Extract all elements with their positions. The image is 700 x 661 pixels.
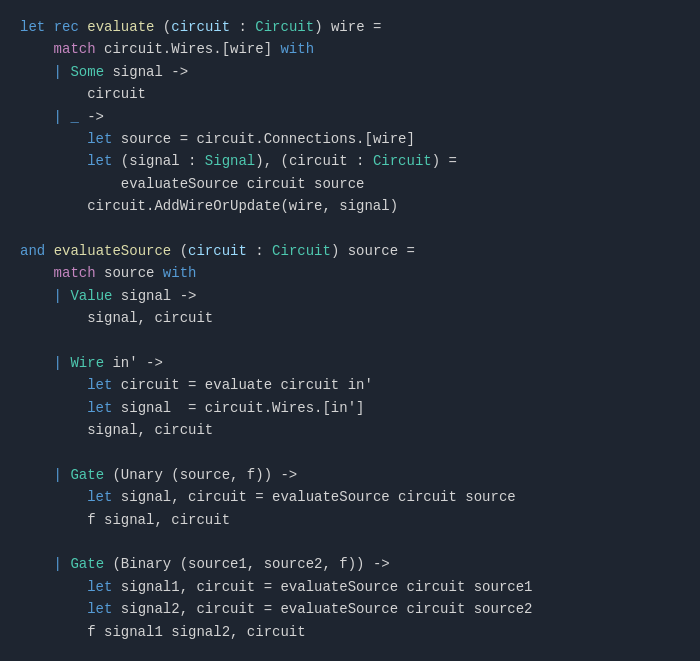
code-line: let signal = circuit.Wires.[in'] [20,397,680,419]
token: -> [280,467,297,483]
code-editor: let rec evaluate (circuit : Circuit) wir… [0,0,700,661]
token: match [54,265,96,281]
token: Value [70,288,112,304]
token [20,265,54,281]
code-line: | Some signal -> [20,61,680,83]
token [45,19,53,35]
token: let [20,19,45,35]
token: with [163,265,197,281]
code-line [20,531,680,553]
code-line: | Value signal -> [20,285,680,307]
token: match [54,41,96,57]
token: in' [104,355,146,371]
code-line [20,329,680,351]
code-line: and evaluateSource (circuit : Circuit) s… [20,240,680,262]
token: let [87,601,112,617]
token: circuit [20,86,146,102]
token: signal [112,288,179,304]
code-line: let circuit = evaluate circuit in' [20,374,680,396]
token: -> [373,556,390,572]
token: evaluateSource circuit source [20,176,364,192]
token: circuit [188,243,247,259]
token: and [20,243,45,259]
token: ), (circuit : [255,153,373,169]
token: signal, circuit = evaluateSource circuit… [112,489,515,505]
token: -> [180,288,197,304]
token: let [87,153,112,169]
token [79,19,87,35]
token: : [247,243,272,259]
token: (Unary (source, f)) [104,467,280,483]
token: circuit.Wires.[wire] [96,41,281,57]
token: -> [146,355,163,371]
token: | [20,467,70,483]
token: | [20,64,70,80]
token: Circuit [255,19,314,35]
code-line: let signal1, circuit = evaluateSource ci… [20,576,680,598]
token: | _ [20,109,87,125]
code-line: | Wire in' -> [20,352,680,374]
token [20,131,87,147]
token: : [230,19,255,35]
token [20,153,87,169]
token: ) source = [331,243,415,259]
token [45,243,53,259]
token [20,377,87,393]
token: ( [154,19,171,35]
token: source = circuit.Connections.[wire] [112,131,414,147]
code-line: circuit [20,83,680,105]
code-line: signal, circuit [20,307,680,329]
token: circuit.AddWireOrUpdate(wire, signal) [20,198,398,214]
code-line: | Gate (Binary (source1, source2, f)) -> [20,553,680,575]
code-line: signal, circuit [20,419,680,441]
code-line: let signal, circuit = evaluateSource cir… [20,486,680,508]
token: f signal1 signal2, circuit [20,624,306,640]
token: | [20,556,70,572]
code-line [20,218,680,240]
token: -> [171,64,188,80]
code-line: match source with [20,262,680,284]
token: source [96,265,163,281]
token: -> [87,109,104,125]
token: let [87,489,112,505]
token: let [87,400,112,416]
token: Gate [70,467,104,483]
token: ( [171,243,188,259]
token: signal [104,64,171,80]
token [20,489,87,505]
token: signal2, circuit = evaluateSource circui… [112,601,532,617]
token: | [20,355,70,371]
token: signal = circuit.Wires.[in'] [112,400,364,416]
code-line: let rec evaluate (circuit : Circuit) wir… [20,16,680,38]
token: ) wire = [314,19,381,35]
code-line: f signal, circuit [20,509,680,531]
token [20,41,54,57]
token: Gate [70,556,104,572]
code-line: f signal1 signal2, circuit [20,621,680,643]
token: let [87,377,112,393]
token: signal, circuit [20,310,213,326]
code-line: circuit.AddWireOrUpdate(wire, signal) [20,195,680,217]
token: Some [70,64,104,80]
token: circuit [171,19,230,35]
token [20,579,87,595]
code-line: let signal2, circuit = evaluateSource ci… [20,598,680,620]
code-line: | _ -> [20,106,680,128]
code-line: let (signal : Signal), (circuit : Circui… [20,150,680,172]
code-line: evaluateSource circuit source [20,173,680,195]
code-line: | Gate (Unary (source, f)) -> [20,464,680,486]
token: f signal, circuit [20,512,230,528]
token: (signal : [112,153,204,169]
token: ) = [432,153,457,169]
token: (Binary (source1, source2, f)) [104,556,373,572]
code-line: let source = circuit.Connections.[wire] [20,128,680,150]
token: rec [54,19,79,35]
code-line: match circuit.Wires.[wire] with [20,38,680,60]
token: with [280,41,314,57]
token: evaluate [87,19,154,35]
token: | [20,288,70,304]
token: Circuit [373,153,432,169]
token: Signal [205,153,255,169]
token [20,601,87,617]
token: signal1, circuit = evaluateSource circui… [112,579,532,595]
